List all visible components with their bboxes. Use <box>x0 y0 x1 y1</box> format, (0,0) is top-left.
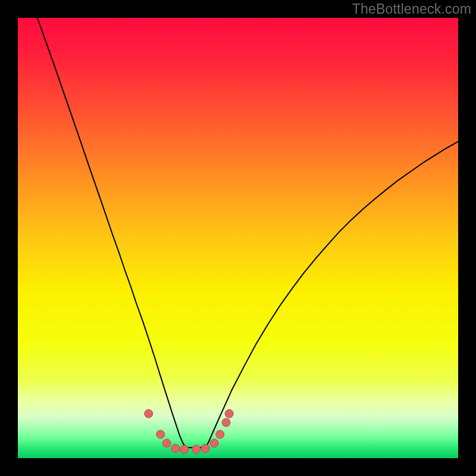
curve-marker <box>180 445 189 453</box>
curve-marker <box>156 430 165 439</box>
curve-layer <box>18 18 458 458</box>
curve-marker <box>201 444 209 453</box>
curve-marker <box>210 439 218 447</box>
curve-marker <box>192 445 201 453</box>
curve-marker <box>222 418 230 427</box>
plot-area <box>18 18 458 458</box>
watermark-text: TheBottleneck.com <box>352 1 471 17</box>
curve-marker <box>162 439 171 447</box>
chart-frame: TheBottleneck.com <box>0 0 476 476</box>
curve-marker <box>216 430 224 439</box>
curve-marker <box>225 409 233 418</box>
bottleneck-curve <box>36 18 458 447</box>
curve-marker <box>145 409 153 418</box>
curve-marker <box>171 444 180 453</box>
